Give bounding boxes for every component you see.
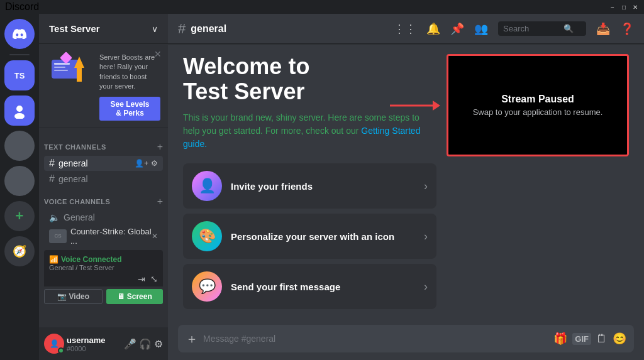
action-card-invite[interactable]: 👤 Invite your friends ›: [183, 163, 436, 209]
cs-thumbnail: CS: [49, 229, 67, 243]
disconnect-icon[interactable]: ⇥: [138, 274, 145, 284]
stream-subtitle-text: Swap to your application to resume.: [473, 107, 603, 117]
speaker-icon: 🔈: [49, 212, 60, 222]
channel-name-general2: general: [58, 174, 88, 184]
cs-close-icon[interactable]: ✕: [152, 232, 158, 241]
channel-list: TEXT CHANNELS + # general 👤+ ⚙ # general…: [39, 128, 168, 327]
welcome-title: Welcome toTest Server: [183, 54, 436, 104]
gift-icon[interactable]: 🎁: [553, 332, 567, 346]
voice-connected-channel: General / Test Server: [49, 264, 158, 271]
search-box[interactable]: 🔍: [498, 21, 586, 36]
threads-icon[interactable]: ⋮⋮: [394, 22, 416, 36]
notifications-icon[interactable]: 🔔: [426, 22, 440, 36]
server-icon-explore[interactable]: 🧭: [4, 236, 35, 266]
screen-icon: 🖥: [117, 292, 125, 301]
invite-icon-circle: 👤: [192, 171, 222, 201]
text-channels-label: TEXT CHANNELS: [44, 143, 106, 151]
stream-paused-text: Stream Paused: [501, 94, 574, 105]
discriminator: #0000: [67, 345, 121, 352]
search-input[interactable]: [503, 24, 560, 33]
welcome-subtitle: This is your brand new, shiny server. He…: [183, 111, 436, 151]
main-content: # general ⋮⋮ 🔔 📌 👥 🔍 📥 ❓ Welcome toTest …: [168, 14, 644, 360]
action-chevron-message: ›: [424, 280, 428, 293]
video-button[interactable]: 📷 Video: [44, 289, 103, 304]
boost-text: Server Boosts are here! Rally your frien…: [99, 53, 160, 92]
welcome-section: Welcome toTest Server This is your brand…: [183, 54, 436, 307]
server-chevron-icon: ∨: [152, 24, 158, 34]
voice-channel-name-cs: Counter-Strike: Global ...: [70, 227, 152, 246]
voice-channel-cs[interactable]: CS Counter-Strike: Global ... ✕: [44, 225, 163, 248]
boost-close-button[interactable]: ✕: [154, 49, 162, 59]
hash-icon: #: [49, 158, 55, 169]
inbox-icon[interactable]: 📥: [596, 22, 610, 36]
minimize-button[interactable]: −: [609, 3, 616, 11]
camera-icon: 📷: [57, 292, 67, 301]
expand-icon[interactable]: ⤡: [150, 274, 158, 284]
server-list: TS + 🧭: [0, 14, 39, 360]
see-levels-button[interactable]: See Levels & Perks: [99, 97, 160, 121]
user-avatar: 👤: [44, 334, 64, 354]
voice-channels-label: VOICE CHANNELS: [44, 198, 110, 205]
stream-panel: Stream Paused Swap to your application t…: [447, 54, 629, 307]
titlebar: Discord − □ ✕: [0, 0, 644, 14]
server-header[interactable]: Test Server ∨: [39, 14, 168, 44]
settings-icon[interactable]: ⚙: [151, 159, 158, 168]
personalize-icon-circle: 🎨: [192, 221, 222, 251]
server-icon-blank2[interactable]: [4, 166, 35, 196]
stream-container: Stream Paused Swap to your application t…: [447, 54, 629, 156]
add-voice-channel-button[interactable]: +: [157, 196, 163, 207]
action-card-message[interactable]: 💬 Send your first message ›: [183, 264, 436, 309]
server-divider: [9, 54, 30, 55]
stream-arrow: [390, 98, 440, 113]
action-label-invite: Invite your friends: [231, 181, 424, 192]
gif-icon[interactable]: GIF: [572, 333, 591, 345]
deafen-button[interactable]: 🎧: [139, 338, 152, 350]
help-icon[interactable]: ❓: [620, 22, 634, 36]
action-card-personalize[interactable]: 🎨 Personalize your server with an icon ›: [183, 214, 436, 259]
close-button[interactable]: ✕: [631, 3, 639, 11]
server-name: Test Server: [49, 23, 100, 34]
channel-name-header: general: [191, 23, 226, 35]
members-icon[interactable]: 👥: [474, 22, 488, 36]
svg-point-0: [16, 106, 23, 112]
text-channels-header[interactable]: TEXT CHANNELS +: [39, 133, 168, 155]
screen-button[interactable]: 🖥 Screen: [106, 289, 164, 304]
emoji-icon[interactable]: 😊: [613, 332, 626, 346]
message-input[interactable]: [203, 334, 548, 344]
action-label-personalize: Personalize your server with an icon: [231, 231, 424, 242]
message-bar: ＋ 🎁 GIF 🗒 😊: [168, 317, 644, 360]
user-info: username #0000: [67, 335, 121, 352]
channel-item-general1[interactable]: # general 👤+ ⚙: [44, 156, 163, 171]
server-icon-blank1[interactable]: [4, 131, 35, 161]
search-icon: 🔍: [564, 24, 574, 33]
server-icon-add[interactable]: +: [4, 201, 35, 231]
add-attachment-button[interactable]: ＋: [186, 330, 198, 347]
channel-header: # general ⋮⋮ 🔔 📌 👥 🔍 📥 ❓: [168, 14, 644, 44]
action-chevron-invite: ›: [424, 180, 428, 193]
online-indicator: [58, 347, 64, 354]
server-icon-discord[interactable]: [4, 19, 35, 49]
username: username: [67, 335, 121, 345]
voice-connected-label: Voice Connected: [61, 255, 121, 264]
add-text-channel-button[interactable]: +: [157, 141, 163, 153]
invite-icon[interactable]: 👤+: [135, 159, 148, 168]
svg-point-1: [14, 113, 25, 119]
channel-item-general2[interactable]: # general: [44, 172, 163, 187]
app-title: Discord: [5, 1, 39, 13]
server-icon-ts[interactable]: TS: [4, 60, 35, 90]
restore-button[interactable]: □: [620, 3, 628, 11]
message-icon-circle: 💬: [192, 271, 222, 302]
action-label-message: Send your first message: [231, 281, 424, 292]
media-buttons: 📷 Video 🖥 Screen: [39, 286, 168, 309]
svg-rect-5: [54, 70, 68, 71]
mute-button[interactable]: 🎤: [124, 338, 136, 350]
content-area: Welcome toTest Server This is your brand…: [168, 44, 644, 317]
stream-video: Stream Paused Swap to your application t…: [447, 54, 629, 156]
voice-channels-header[interactable]: VOICE CHANNELS +: [39, 187, 168, 210]
pin-icon[interactable]: 📌: [450, 22, 464, 36]
settings-button[interactable]: ⚙: [154, 338, 163, 350]
sticker-icon[interactable]: 🗒: [596, 332, 608, 346]
user-controls: 🎤 🎧 ⚙: [124, 338, 163, 350]
server-icon-avatar1[interactable]: [4, 95, 35, 126]
voice-channel-general[interactable]: 🔈 General: [44, 210, 163, 224]
